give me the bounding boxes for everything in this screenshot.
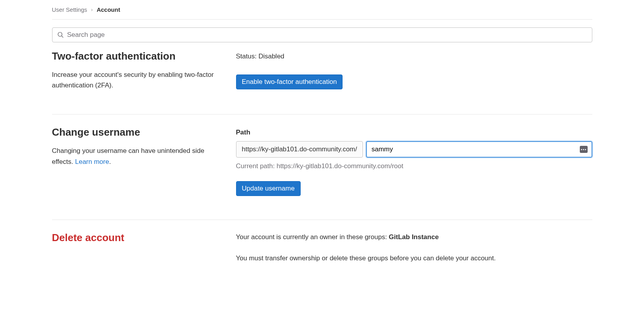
enable-twofa-button[interactable]: Enable two-factor authentication bbox=[236, 74, 343, 89]
change-username-title: Change username bbox=[52, 126, 224, 138]
username-input-wrapper[interactable] bbox=[366, 141, 592, 158]
learn-more-link[interactable]: Learn more bbox=[75, 158, 109, 165]
divider bbox=[52, 220, 592, 220]
search-page-input[interactable] bbox=[67, 31, 587, 39]
breadcrumb-parent[interactable]: User Settings bbox=[52, 6, 87, 13]
twofa-desc: Increase your account's security by enab… bbox=[52, 69, 224, 91]
breadcrumb-current: Account bbox=[97, 6, 120, 13]
breadcrumb: User Settings › Account bbox=[52, 5, 592, 19]
change-username-desc: Changing your username can have unintend… bbox=[52, 145, 224, 167]
current-path-text: Current path: https://ky-gitlab101.do-co… bbox=[236, 162, 592, 170]
username-input[interactable] bbox=[372, 142, 580, 156]
path-label: Path bbox=[236, 129, 592, 136]
delete-account-instruction: You must transfer ownership or delete th… bbox=[236, 253, 592, 263]
more-icon[interactable] bbox=[580, 146, 588, 153]
delete-account-owner-text: Your account is currently an owner in th… bbox=[236, 232, 592, 242]
search-icon bbox=[57, 31, 64, 38]
twofa-status: Status: Disabled bbox=[236, 53, 592, 60]
chevron-right-icon: › bbox=[91, 7, 93, 13]
divider bbox=[52, 19, 592, 20]
svg-point-0 bbox=[58, 32, 62, 36]
path-prefix: https://ky-gitlab101.do-community.com/ bbox=[236, 141, 363, 158]
search-page-input-wrapper[interactable] bbox=[52, 27, 592, 42]
update-username-button[interactable]: Update username bbox=[236, 181, 301, 196]
divider bbox=[52, 114, 592, 114]
svg-line-1 bbox=[61, 36, 63, 37]
twofa-title: Two-factor authentication bbox=[52, 50, 224, 62]
delete-account-title: Delete account bbox=[52, 232, 224, 244]
